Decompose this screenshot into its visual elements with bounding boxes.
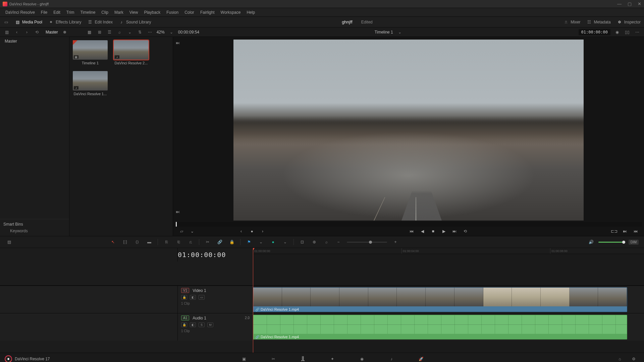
timeline-view-options-button[interactable]: ▤ bbox=[5, 238, 13, 246]
step-forward-button[interactable]: ⏭ bbox=[622, 228, 628, 234]
marker-dot-button[interactable]: ● bbox=[249, 228, 255, 234]
smart-bins-header[interactable]: Smart Bins bbox=[3, 222, 66, 227]
monitor-volume-button[interactable]: 🔊 bbox=[588, 238, 595, 246]
menu-playback[interactable]: Playback bbox=[141, 9, 163, 16]
solo-button[interactable]: S bbox=[199, 322, 205, 327]
master-bin[interactable]: Master bbox=[0, 37, 69, 46]
overwrite-clip-button[interactable]: ⎗ bbox=[175, 238, 182, 246]
blade-edit-button[interactable]: ✂ bbox=[204, 238, 211, 246]
sidebar-toggle-button[interactable]: ▥ bbox=[3, 29, 10, 36]
clip-timeline-1[interactable]: ▤ Timeline 1 bbox=[73, 40, 108, 65]
go-to-last-frame-button[interactable]: ⏭ bbox=[175, 209, 180, 215]
menu-trim[interactable]: Trim bbox=[64, 9, 77, 16]
viewer-scrubber[interactable] bbox=[175, 222, 642, 227]
insert-clip-button[interactable]: ⎘ bbox=[163, 238, 170, 246]
audio-track-tag[interactable]: A1 bbox=[181, 315, 189, 320]
viewer-preview[interactable] bbox=[233, 40, 584, 221]
color-page-button[interactable]: ◉ bbox=[357, 355, 367, 362]
menu-fairlight[interactable]: Fairlight bbox=[198, 9, 217, 16]
flag-button[interactable]: ⚑ bbox=[245, 238, 253, 246]
prev-edit-button[interactable]: ‹ bbox=[238, 228, 244, 234]
menu-timeline[interactable]: Timeline bbox=[77, 9, 98, 16]
minimize-button[interactable]: — bbox=[617, 1, 622, 6]
close-button[interactable]: ✕ bbox=[638, 1, 641, 6]
mute-button[interactable]: M bbox=[207, 322, 213, 327]
menu-workspace[interactable]: Workspace bbox=[218, 9, 244, 16]
project-settings-button[interactable]: ⚙ bbox=[629, 355, 639, 362]
marker-dropdown[interactable]: ⌄ bbox=[281, 238, 289, 246]
fullscreen-viewer-button[interactable]: ▭ bbox=[3, 19, 9, 25]
audio-track-name[interactable]: Audio 1 bbox=[193, 316, 206, 320]
view-list-button[interactable]: ☰ bbox=[106, 29, 113, 36]
viewer-options-button[interactable]: ⋯ bbox=[634, 29, 641, 36]
blade-tool[interactable]: ▬ bbox=[146, 238, 153, 246]
search-button[interactable]: ⌕ bbox=[116, 29, 123, 36]
menu-view[interactable]: View bbox=[127, 9, 141, 16]
go-last-button[interactable]: ⏭ bbox=[451, 228, 458, 234]
import-media-button[interactable]: ⟲ bbox=[34, 29, 40, 36]
media-page-button[interactable]: ▣ bbox=[239, 355, 249, 362]
menu-help[interactable]: Help bbox=[244, 9, 258, 16]
timeline-name[interactable]: Timeline 1 bbox=[375, 30, 393, 35]
fusion-page-button[interactable]: ✦ bbox=[328, 355, 337, 362]
media-pool-button[interactable]: ▤Media Pool bbox=[15, 19, 42, 25]
bypass-fx-button[interactable]: ◉ bbox=[614, 29, 621, 36]
menu-fusion[interactable]: Fusion bbox=[164, 9, 181, 16]
edit-index-button[interactable]: ☰Edit Index bbox=[88, 19, 113, 25]
video-clip[interactable]: 🔗DaVinci Resolve 1.mp4 bbox=[253, 287, 627, 312]
track-lock-button[interactable]: 🔒 bbox=[181, 295, 187, 300]
effects-library-button[interactable]: ✦Effects Library bbox=[48, 19, 81, 25]
flag-dropdown[interactable]: ⌄ bbox=[257, 238, 265, 246]
home-button[interactable]: ⌂ bbox=[615, 355, 625, 362]
menu-color[interactable]: Color bbox=[182, 9, 197, 16]
link-clips-button[interactable]: 🔗 bbox=[216, 238, 223, 246]
more-options-button[interactable]: ⋯ bbox=[147, 29, 153, 36]
volume-slider[interactable] bbox=[598, 242, 625, 243]
trim-tool[interactable]: ⟦⟧ bbox=[121, 238, 129, 246]
dual-viewer-button[interactable]: ▯▯ bbox=[624, 29, 631, 36]
stop-button[interactable]: ■ bbox=[430, 228, 436, 234]
viewer-zoom[interactable]: 42% bbox=[157, 30, 165, 35]
menu-davinci[interactable]: DaVinci Resolve bbox=[3, 9, 38, 16]
track-enable-button[interactable]: ▭ bbox=[199, 295, 205, 300]
loop-button[interactable]: ⟲ bbox=[462, 228, 468, 234]
match-frame-button[interactable]: ⊏⊐ bbox=[611, 228, 617, 234]
sort-button[interactable]: ⇅ bbox=[137, 29, 143, 36]
edit-page-button[interactable]: ⎦⎣ bbox=[298, 355, 308, 362]
nav-back-button[interactable]: ‹ bbox=[13, 29, 20, 36]
view-grid-button[interactable]: ⊞ bbox=[96, 29, 103, 36]
selection-tool[interactable]: ↖ bbox=[109, 238, 117, 246]
auto-select-button[interactable]: ◧ bbox=[190, 295, 196, 300]
crop-tool-button[interactable]: ▱ bbox=[178, 228, 184, 234]
go-end-button[interactable]: ⏮ bbox=[633, 228, 639, 234]
inspector-button[interactable]: ✽Inspector bbox=[617, 19, 641, 25]
zoom-dropdown-button[interactable]: ⌄ bbox=[168, 29, 175, 36]
crop-dropdown-button[interactable]: ⌄ bbox=[189, 228, 195, 234]
audio-auto-select-button[interactable]: ◧ bbox=[190, 322, 196, 327]
custom-zoom-button[interactable]: ⌕ bbox=[323, 238, 330, 246]
zoom-to-fit-button[interactable]: ⊡ bbox=[299, 238, 306, 246]
play-button[interactable]: ▶ bbox=[441, 228, 447, 234]
record-timecode[interactable]: 01:00:00:00 bbox=[579, 29, 610, 35]
video-track-tag[interactable]: V1 bbox=[181, 288, 189, 293]
marker-button[interactable]: ● bbox=[269, 238, 277, 246]
audio-clip[interactable]: 🔗DaVinci Resolve 1.mp4 bbox=[253, 315, 627, 340]
mixer-button[interactable]: ⎍Mixer bbox=[563, 19, 580, 25]
keywords-bin[interactable]: Keywords bbox=[3, 229, 66, 233]
deliver-page-button[interactable]: 🚀 bbox=[416, 355, 426, 362]
step-back-button[interactable]: ◀ bbox=[419, 228, 425, 234]
cut-page-button[interactable]: ✂ bbox=[269, 355, 278, 362]
menu-edit[interactable]: Edit bbox=[51, 9, 63, 16]
view-thumb-button[interactable]: ▦ bbox=[86, 29, 93, 36]
clip-resolve-2[interactable]: ♪ DaVinci Resolve 2... bbox=[114, 40, 149, 65]
menu-clip[interactable]: Clip bbox=[99, 9, 111, 16]
search-dropdown-button[interactable]: ⌄ bbox=[126, 29, 133, 36]
dynamic-trim-tool[interactable]: ⟨⟩ bbox=[133, 238, 141, 246]
lock-button[interactable]: 🔒 bbox=[228, 238, 235, 246]
dim-button[interactable]: DIM bbox=[629, 240, 639, 245]
fairlight-page-button[interactable]: ♪ bbox=[387, 355, 396, 362]
nav-forward-button[interactable]: › bbox=[23, 29, 30, 36]
clip-resolve-1[interactable]: ♪ DaVinci Resolve 1... bbox=[73, 71, 108, 96]
metadata-button[interactable]: ☷Metadata bbox=[587, 19, 611, 25]
playhead[interactable] bbox=[253, 248, 253, 353]
